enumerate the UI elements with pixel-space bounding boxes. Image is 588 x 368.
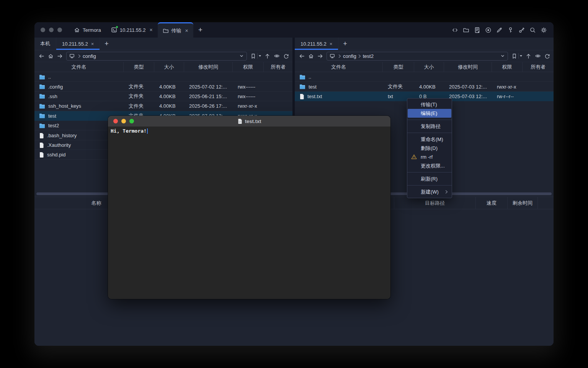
menu-item[interactable]: 复制路径	[407, 122, 452, 131]
search-icon[interactable]	[529, 27, 536, 33]
column-header[interactable]: 权限	[233, 62, 264, 72]
file-type: 文件夹	[124, 103, 154, 110]
terminal-icon	[111, 27, 117, 33]
menu-item[interactable]: 刷新(R)	[407, 174, 452, 183]
chevron-down-icon[interactable]	[500, 54, 505, 58]
breadcrumb-segment[interactable]: test2	[363, 53, 374, 59]
column-header[interactable]: 大小	[414, 62, 444, 72]
column-header-remaining[interactable]: 剩余时间	[508, 197, 538, 209]
file-size: 4.00KB	[154, 94, 184, 99]
breadcrumb[interactable]: config	[66, 52, 247, 61]
tab-transfer[interactable]: 传输 ×	[158, 22, 193, 38]
close-window-button[interactable]	[113, 119, 118, 123]
settings-icon[interactable]	[541, 27, 547, 33]
new-panel-tab-button[interactable]: +	[338, 38, 352, 50]
tab-session[interactable]: 10.211.55.2 ×	[106, 22, 158, 38]
menu-item[interactable]: 更改权限...	[407, 161, 452, 170]
folder-icon[interactable]	[463, 27, 469, 33]
refresh-icon[interactable]	[544, 53, 550, 59]
bookmark-button[interactable]	[250, 53, 261, 59]
record-icon[interactable]	[485, 27, 492, 33]
column-header[interactable]: 文件名	[34, 62, 124, 72]
file-name: ..	[309, 74, 311, 80]
editor-titlebar[interactable]: test.txt	[108, 116, 390, 127]
new-panel-tab-button[interactable]: +	[100, 38, 113, 50]
column-header[interactable]: 文件名	[295, 62, 383, 72]
document-icon	[237, 118, 243, 124]
file-name: .ssh	[48, 94, 57, 99]
show-hidden-icon[interactable]	[535, 53, 541, 59]
minimize-window-button[interactable]	[49, 28, 54, 32]
menu-item[interactable]: 新建(W)	[407, 187, 452, 196]
panel-tab-host[interactable]: 10.211.55.2 ×	[56, 38, 100, 50]
column-header[interactable]: 类型	[383, 62, 414, 72]
column-header[interactable]: 大小	[154, 62, 184, 72]
file-perm: rwx------	[233, 94, 264, 99]
chevron-down-icon[interactable]	[239, 54, 244, 58]
computer-icon	[69, 53, 75, 59]
close-window-button[interactable]	[41, 28, 45, 32]
close-icon[interactable]: ×	[149, 27, 152, 33]
breadcrumb[interactable]: configtest2	[327, 52, 508, 61]
keychain-icon[interactable]	[518, 27, 525, 33]
minimize-window-button[interactable]	[121, 119, 126, 123]
zoom-window-button[interactable]	[129, 119, 134, 123]
column-header[interactable]: 类型	[124, 62, 154, 72]
column-header-speed[interactable]: 速度	[476, 197, 508, 209]
tab-label: Termora	[83, 27, 101, 33]
back-icon[interactable]	[299, 53, 305, 59]
menu-item[interactable]: 传输(T)	[407, 100, 452, 109]
close-icon[interactable]: ×	[330, 41, 333, 46]
menu-item[interactable]: rm -rf	[407, 153, 452, 161]
column-header[interactable]: 所有者	[523, 62, 554, 72]
edit-icon[interactable]	[496, 27, 503, 33]
file-name: test2	[48, 123, 59, 128]
screen: Termora 10.211.55.2 × 传输 × +	[0, 0, 588, 368]
upload-icon[interactable]	[265, 53, 270, 59]
file-size: 4.00KB	[154, 84, 184, 90]
panel-tab-local[interactable]: 本机	[34, 38, 56, 50]
table-row[interactable]: ssh_host_keys文件夹4.00KB2025-06-26 17:...r…	[34, 101, 292, 111]
home-icon[interactable]	[48, 53, 54, 59]
chevron-down-icon	[259, 55, 261, 57]
menu-item[interactable]: 编辑(E)	[408, 109, 451, 118]
column-header[interactable]: 所有者	[264, 62, 292, 72]
upload-icon[interactable]	[526, 53, 531, 59]
table-row[interactable]: .config文件夹4.00KB2025-07-02 12:...rwx----…	[34, 82, 292, 91]
table-row[interactable]: test文件夹4.00KB2025-07-03 12:...rwxr-xr-x	[295, 82, 554, 91]
menu-item[interactable]: 重命名(M)	[407, 135, 452, 144]
table-row[interactable]: ..	[34, 72, 292, 82]
breadcrumb-segment[interactable]: config	[83, 53, 96, 59]
menu-separator	[407, 172, 452, 172]
menu-item[interactable]: 删除(D)	[407, 144, 452, 153]
show-hidden-icon[interactable]	[274, 53, 280, 59]
code-icon[interactable]	[452, 27, 458, 33]
window-controls	[34, 22, 69, 38]
tab-home[interactable]: Termora	[69, 22, 106, 38]
breadcrumb-segment[interactable]: config	[343, 53, 356, 59]
file-type: 文件夹	[124, 93, 154, 100]
table-row[interactable]: .ssh文件夹4.00KB2025-06-21 15:...rwx------	[34, 92, 292, 101]
close-icon[interactable]: ×	[91, 41, 94, 46]
key-icon[interactable]	[507, 27, 514, 33]
editor-content[interactable]: Hi, Termora!	[108, 127, 390, 299]
new-tab-button[interactable]: +	[193, 22, 207, 38]
panel-tab-host[interactable]: 10.211.55.2 ×	[295, 38, 338, 50]
log-icon[interactable]	[474, 27, 480, 33]
back-icon[interactable]	[39, 53, 44, 59]
forward-icon[interactable]	[317, 53, 323, 59]
file-name: .Xauthority	[47, 142, 71, 148]
bookmark-button[interactable]	[511, 53, 522, 59]
column-header[interactable]: 修改时间	[184, 62, 233, 72]
close-icon[interactable]: ×	[185, 28, 188, 33]
column-header[interactable]: 权限	[492, 62, 523, 72]
home-icon[interactable]	[308, 53, 314, 59]
left-table-header: 文件名类型大小修改时间权限所有者	[34, 62, 292, 72]
forward-icon[interactable]	[57, 53, 63, 59]
refresh-icon[interactable]	[283, 53, 289, 59]
zoom-window-button[interactable]	[57, 28, 62, 32]
column-header-target-path[interactable]: 目标路径	[394, 197, 476, 209]
table-row[interactable]: ..	[295, 72, 554, 82]
file-name: ssh_host_keys	[48, 103, 81, 109]
column-header[interactable]: 修改时间	[444, 62, 492, 72]
